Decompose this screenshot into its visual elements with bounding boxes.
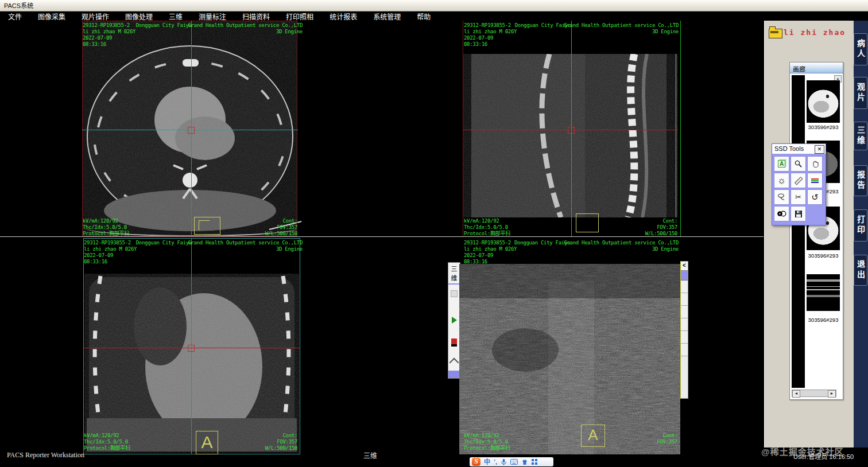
3d-panel-footer [448,371,460,378]
ssd-tool-pan-button[interactable] [807,156,823,172]
thumbnail-report[interactable] [807,274,840,311]
ssd-tool-ruler-button[interactable] [790,173,806,188]
microphone-icon[interactable] [501,458,507,466]
overlay-scan-params: kV/mA:120/92Thc/Idx:5.0/5.0Protocol:胸部平扫 [464,433,510,452]
ime-language-icon[interactable]: 中 [484,458,490,466]
ssd-tool-contrast-button[interactable] [774,206,789,221]
ssd-tool-empty-slot [807,206,823,221]
window-title: PACS系统 [4,2,33,9]
overlay-display-params: Cont:FOV:357W/L:500/150 [645,218,677,237]
menu-film-ops[interactable]: 观片操作 [73,11,117,21]
tab-report[interactable]: 报告 [854,165,867,196]
viewport-coronal[interactable]: A 29312-RP193855-2Dongguan City Faiyu li… [0,237,434,459]
3d-tool-draw-icon[interactable] [450,358,459,368]
ssd-tool-zoom-button[interactable] [790,156,806,172]
3d-tool-red-icon[interactable] [451,338,457,347]
ssd-tool-undo-button[interactable]: ↺ [807,189,823,205]
volume-render-image [459,264,680,454]
overlay-patient-info: 29312-RP193855-2Dongguan City Faiyu li z… [83,22,192,48]
patient-folder-icon[interactable] [769,29,782,38]
thumbnail-label: 303596#293 [804,124,842,130]
ruler-icon [794,176,803,185]
overlay-hospital: Grand Health Outpatient service Co.,LTD … [564,22,679,35]
ime-logo-icon[interactable]: S [472,458,480,466]
ssd-tool-lasso-button[interactable] [774,189,789,205]
side-tab-strip: 病人 观片 三维 报告 打印 退出 [854,21,868,447]
lasso-icon [777,193,786,201]
tab-3d[interactable]: 三维 [854,122,867,150]
patient-folder-label[interactable]: li zhi zhao [784,28,846,37]
overlay-patient-info: 29312-RP193855-2Dongguan City Faiyu li z… [84,240,192,265]
ssd-tool-brightness-button[interactable]: ☼ [774,173,789,188]
menu-statistics[interactable]: 统计报表 [321,11,365,21]
crosshair-center-box[interactable] [188,345,195,352]
collapse-button[interactable]: < [681,262,688,271]
overlay-display-params: Cont:FOV:357 [657,433,677,445]
viewport-sagittal[interactable]: 29312-RP193855-2Dongguan City Faiyu li z… [434,21,764,237]
statusbar-mode-label: 三维 [363,450,377,460]
3d-toolbar-panel[interactable]: 三维 [448,262,460,379]
crosshair-center-box[interactable] [188,127,195,134]
overlay-hospital: Grand Health Outpatient service Co.,LTD … [188,22,303,35]
menu-file[interactable]: 文件 [0,11,30,21]
statusbar-workstation-label: PACS Reporter Workstation [7,451,84,460]
menu-system[interactable]: 系统管理 [365,11,409,21]
gallery-body: ▲ 303596#293 303596#293 303596#293 30359… [790,73,843,399]
window-titlebar: PACS系统 [0,0,868,11]
hand-icon [811,160,819,168]
ssd-tool-3d-text-button[interactable]: A [774,156,789,172]
thumbnail-axial-1[interactable] [807,80,840,123]
scroll-left-icon[interactable]: ◄ [792,390,800,398]
ssd-tool-cut-button[interactable]: ✂ [790,189,806,205]
skin-shirt-icon[interactable] [521,459,528,465]
tab-patient[interactable]: 病人 [854,33,867,65]
overlay-patient-info: 29312-RP193855-2Dongguan City Faiyu li z… [464,22,571,48]
gallery-scrollbar[interactable]: ◄ ► [792,390,836,397]
toolbox-grid-icon[interactable] [532,459,537,465]
menu-print-photo[interactable]: 打印照相 [278,11,321,21]
menu-3d[interactable]: 三维 [161,11,191,21]
scan-range-marker [194,217,220,235]
3d-side-strip[interactable]: < [680,261,688,399]
statusbar-user-time: User:管理员 16:16:50 [793,452,854,461]
tab-print[interactable]: 打印 [854,209,867,242]
scroll-right-icon[interactable]: ► [828,390,836,398]
scan-range-marker [576,213,599,232]
viewport-3d[interactable]: 三维 < A 29312-RP19 [434,237,764,459]
menu-bar: 文件 图像采集 观片操作 图像处理 三维 测量标注 扫描资料 打印照相 统计报表… [0,11,868,21]
gallery-panel: 画廊 ▲ 303596#293 303596#293 303596#293 30… [789,62,843,400]
quadrant-divider-horizontal [0,236,764,237]
menu-scan-data[interactable]: 扫描资料 [234,11,278,21]
ssd-tool-save-button[interactable] [790,206,806,221]
statusbar-clock: 16:16:50 [829,453,854,460]
undo-icon: ↺ [811,192,819,203]
menu-measure[interactable]: 测量标注 [191,11,234,21]
overlay-hospital: Grand Health Outpatient service Co.,LTD … [564,240,679,252]
tab-exit[interactable]: 退出 [854,255,867,286]
keyboard-icon[interactable] [510,459,518,465]
reference-line-green [680,21,681,237]
close-icon[interactable]: ✕ [815,145,824,154]
overlay-hospital: Grand Health Outpatient service Co.,LTD … [188,240,303,252]
viewport-axial[interactable]: 29312-RP193855-2Dongguan City Faiyu li z… [0,21,434,237]
thumbnail-label: 303596#293 [804,252,842,259]
ime-toolbar[interactable]: S 中 ’, [470,457,553,466]
crosshair-center-box[interactable] [568,127,575,134]
menu-image-process[interactable]: 图像处理 [117,11,161,21]
ssd-tool-color-levels-button[interactable] [807,173,823,188]
tab-view-film[interactable]: 观片 [854,77,867,109]
menu-help[interactable]: 帮助 [409,11,439,21]
sun-icon: ☼ [777,175,786,186]
menu-image-acquire[interactable]: 图像采集 [30,11,73,21]
gallery-series-strip [792,75,805,388]
overlay-scan-params: kV/mA:120/92Thc/Idx:5.0/5.0Protocol:胸部平扫 [464,218,510,237]
overlay-patient-info: 29312-RP193855-2Dongguan City Faiyu li z… [464,240,570,265]
3d-tool-green-icon[interactable] [452,317,457,324]
right-sidebar: li zhi zhao 画廊 ▲ 303596#293 303596#293 3… [764,21,868,447]
overlay-scan-params: kV/mA:120/92Thc/Idx:5.0/5.0Protocol:胸部平扫 [84,433,130,452]
pacs-application-window: PACS系统 文件 图像采集 观片操作 图像处理 三维 测量标注 扫描资料 打印… [0,0,868,467]
reference-line-gray [676,54,676,217]
statusbar-user: User:管理员 [793,453,827,460]
ime-punctuation-icon[interactable]: ’, [494,458,497,466]
magnifier-icon [794,159,803,168]
